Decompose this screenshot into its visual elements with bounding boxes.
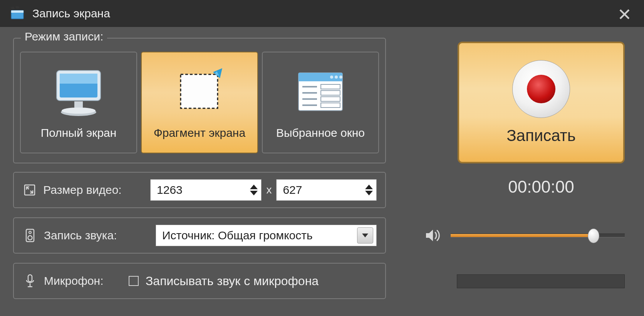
content-area: Режим записи: Полный экран: [0, 27, 644, 316]
svg-rect-1: [11, 10, 23, 13]
svg-rect-5: [74, 101, 83, 108]
record-button[interactable]: Записать: [458, 42, 625, 163]
chevron-down-icon: [362, 234, 368, 237]
height-step-down-icon[interactable]: [365, 191, 373, 195]
microphone-label: Микрофон:: [44, 274, 129, 287]
monitor-icon: [50, 66, 107, 119]
mode-fragment-label: Фрагмент экрана: [154, 126, 245, 140]
svg-rect-8: [181, 74, 218, 108]
recording-mode-group: Режим записи: Полный экран: [13, 38, 386, 163]
record-icon: [512, 60, 570, 118]
mode-fullscreen-label: Полный экран: [41, 126, 117, 140]
audio-source-row: Запись звука: Источник: Общая громкость: [13, 217, 386, 254]
speaker-icon: [22, 229, 38, 242]
svg-rect-26: [28, 275, 32, 282]
svg-point-24: [29, 231, 31, 234]
titlebar: Запись экрана ✕: [0, 0, 644, 27]
svg-point-12: [335, 76, 338, 79]
mode-fragment-button[interactable]: Фрагмент экрана: [141, 52, 258, 153]
microphone-row: Микрофон: Записывать звук с микрофона: [13, 263, 386, 299]
volume-slider-thumb[interactable]: [588, 229, 599, 243]
microphone-checkbox-label: Записывать звук с микрофона: [146, 274, 319, 288]
volume-slider[interactable]: [451, 234, 625, 237]
svg-point-25: [28, 236, 32, 240]
height-step-up-icon[interactable]: [365, 185, 373, 189]
mode-window-button[interactable]: Выбранное окно: [262, 52, 379, 153]
video-width-value: 1263: [151, 183, 247, 197]
selection-icon: [171, 66, 228, 119]
video-width-input[interactable]: 1263: [150, 179, 262, 201]
svg-point-11: [330, 76, 333, 79]
video-size-row: Размер видео: 1263 x 627: [13, 172, 386, 208]
volume-control: [424, 224, 625, 247]
microphone-icon: [22, 274, 38, 288]
width-step-up-icon[interactable]: [250, 185, 258, 189]
recording-timer: 00:00:00: [458, 173, 625, 200]
microphone-checkbox[interactable]: [129, 276, 139, 286]
close-button[interactable]: ✕: [617, 5, 632, 24]
dropdown-button[interactable]: [357, 227, 373, 244]
record-button-label: Записать: [506, 126, 575, 145]
svg-point-13: [339, 76, 342, 79]
width-step-down-icon[interactable]: [250, 191, 258, 195]
window-title: Запись экрана: [32, 7, 110, 20]
mode-window-label: Выбранное окно: [276, 126, 365, 140]
window-icon: [292, 66, 349, 119]
video-height-value: 627: [277, 183, 362, 197]
audio-source-select[interactable]: Источник: Общая громкость: [156, 225, 377, 246]
recording-mode-legend: Режим записи:: [21, 30, 107, 43]
video-size-label: Размер видео:: [43, 183, 150, 197]
mode-fullscreen-button[interactable]: Полный экран: [20, 52, 137, 153]
audio-source-label: Запись звука:: [44, 229, 156, 242]
resize-icon: [22, 184, 37, 196]
volume-icon: [424, 227, 441, 244]
video-height-input[interactable]: 627: [276, 179, 377, 201]
dimension-separator: x: [266, 184, 272, 196]
microphone-level-meter: [457, 274, 625, 288]
audio-source-value: Источник: Общая громкость: [156, 229, 357, 242]
svg-point-7: [62, 108, 96, 114]
app-icon: [9, 5, 25, 22]
svg-rect-4: [60, 74, 97, 84]
